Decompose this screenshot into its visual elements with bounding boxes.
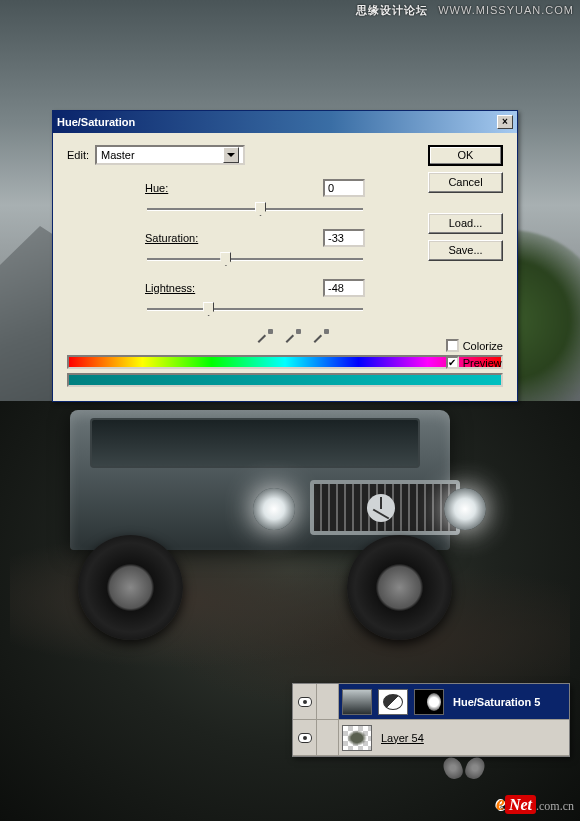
layer-mask-thumbnail[interactable]	[414, 689, 444, 715]
layer-link-cell[interactable]	[317, 684, 339, 719]
hue-label: Hue:	[145, 182, 231, 194]
butterfly-icon	[444, 757, 484, 787]
edit-label: Edit:	[67, 149, 89, 161]
layer-thumbnail[interactable]	[342, 689, 372, 715]
saturation-slider-thumb[interactable]	[220, 252, 231, 266]
spectrum-after	[67, 373, 503, 387]
edit-select-value: Master	[101, 149, 135, 161]
saturation-slider-block: Saturation:	[145, 229, 365, 267]
layer-link-cell[interactable]	[317, 720, 339, 755]
hue-input[interactable]	[323, 179, 365, 197]
layer-row-hue-saturation[interactable]: Hue/Saturation 5	[293, 684, 569, 720]
watermark-bottom: eNet.com.cn	[496, 792, 574, 815]
saturation-slider[interactable]	[147, 251, 363, 267]
watermark-top-cn: 思缘设计论坛	[356, 4, 428, 16]
adjustment-icon[interactable]	[378, 689, 408, 715]
eyedropper-add-icon[interactable]	[285, 329, 301, 345]
watermark-top-en: WWW.MISSYUAN.COM	[438, 4, 574, 16]
layer-name[interactable]: Layer 54	[381, 732, 424, 744]
preview-label: Preview	[463, 357, 502, 369]
saturation-label: Saturation:	[145, 232, 231, 244]
saturation-input[interactable]	[323, 229, 365, 247]
layer-thumbnail[interactable]	[342, 725, 372, 751]
lightness-slider[interactable]	[147, 301, 363, 317]
eyedropper-subtract-icon[interactable]	[313, 329, 329, 345]
layer-name[interactable]: Hue/Saturation 5	[453, 696, 540, 708]
dialog-title: Hue/Saturation	[57, 116, 135, 128]
background-car	[60, 400, 480, 620]
preview-checkbox[interactable]: ✔	[446, 356, 459, 369]
watermark-com: .com.cn	[536, 799, 574, 813]
ok-button[interactable]: OK	[428, 145, 503, 166]
layers-panel: Hue/Saturation 5 Layer 54	[292, 683, 570, 757]
watermark-top: 思缘设计论坛 WWW.MISSYUAN.COM	[356, 3, 574, 18]
mercedes-logo-icon	[367, 494, 395, 522]
lightness-slider-block: Lightness:	[145, 279, 365, 317]
layer-visibility-toggle[interactable]	[293, 684, 317, 719]
eye-icon	[298, 697, 312, 707]
eye-icon	[298, 733, 312, 743]
colorize-label: Colorize	[463, 340, 503, 352]
lightness-slider-thumb[interactable]	[203, 302, 214, 316]
layer-visibility-toggle[interactable]	[293, 720, 317, 755]
cancel-button[interactable]: Cancel	[428, 172, 503, 193]
lightness-label: Lightness:	[145, 282, 231, 294]
hue-slider-thumb[interactable]	[255, 202, 266, 216]
close-icon[interactable]: ×	[497, 115, 513, 129]
layer-row-layer54[interactable]: Layer 54	[293, 720, 569, 756]
lightness-input[interactable]	[323, 279, 365, 297]
chevron-down-icon[interactable]	[223, 147, 239, 163]
edit-select[interactable]: Master	[95, 145, 245, 165]
save-button[interactable]: Save...	[428, 240, 503, 261]
hue-slider-block: Hue:	[145, 179, 365, 217]
colorize-checkbox[interactable]	[446, 339, 459, 352]
load-button[interactable]: Load...	[428, 213, 503, 234]
eyedropper-icon[interactable]	[257, 329, 273, 345]
spectrum-before	[67, 355, 503, 369]
watermark-e: e	[496, 792, 505, 814]
hue-slider[interactable]	[147, 201, 363, 217]
dialog-titlebar[interactable]: Hue/Saturation ×	[53, 111, 517, 133]
watermark-net: Net	[505, 795, 536, 814]
hue-saturation-dialog: Hue/Saturation × Edit: Master OK Cancel …	[52, 110, 518, 402]
